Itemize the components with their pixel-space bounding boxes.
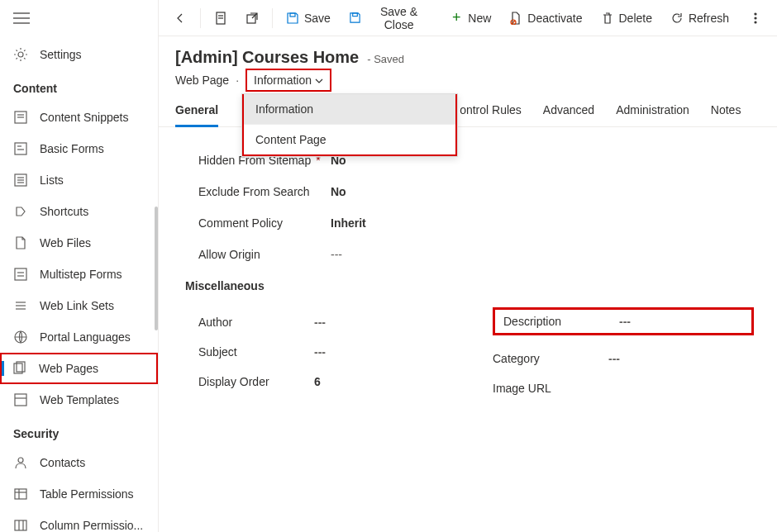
page-title: [Admin] Courses Home <box>175 48 359 67</box>
list-icon <box>13 173 28 188</box>
sidebar-item-label: Basic Forms <box>40 142 104 155</box>
sidebar-item-web-link-sets[interactable]: Web Link Sets <box>0 290 158 321</box>
multistep-icon <box>13 267 28 282</box>
delete-icon <box>601 12 614 25</box>
open-icon <box>245 12 259 25</box>
sidebar-item-web-templates[interactable]: Web Templates <box>0 384 158 416</box>
document-button[interactable] <box>206 5 236 31</box>
hamburger-menu[interactable] <box>13 12 145 27</box>
sidebar-item-label: Contacts <box>40 456 85 469</box>
sidebar-item-label: Web Files <box>40 236 91 249</box>
field-category[interactable]: Category --- <box>493 352 754 365</box>
field-allow-origin[interactable]: Allow Origin --- <box>198 248 754 261</box>
sidebar-item-multistep-forms[interactable]: Multistep Forms <box>0 259 158 290</box>
sidebar-item-basic-forms[interactable]: Basic Forms <box>0 133 158 164</box>
sidebar-item-web-pages[interactable]: Web Pages <box>0 353 158 384</box>
svg-point-3 <box>18 52 23 57</box>
svg-point-25 <box>18 458 23 463</box>
entity-name: Web Page <box>175 74 229 87</box>
sidebar-item-lists[interactable]: Lists <box>0 164 158 196</box>
sidebar-item-label: Column Permissio... <box>40 519 143 532</box>
sidebar-item-settings[interactable]: Settings <box>0 39 158 70</box>
save-button[interactable]: Save <box>278 5 339 31</box>
sidebar-item-content-snippets[interactable]: Content Snippets <box>0 102 158 133</box>
page-header: [Admin] Courses Home - Saved Web Page · … <box>159 36 777 92</box>
sidebar-item-label: Settings <box>40 48 82 61</box>
dropdown-item-information[interactable]: Information <box>244 94 455 124</box>
tab-notes[interactable]: Notes <box>711 103 741 126</box>
section-security: Security <box>0 416 158 447</box>
sidebar-item-shortcuts[interactable]: Shortcuts <box>0 196 158 227</box>
sidebar-item-label: Web Pages <box>39 362 98 375</box>
field-author[interactable]: Author --- <box>198 316 460 329</box>
sidebar-item-table-permissions[interactable]: Table Permissions <box>0 478 158 510</box>
open-button[interactable] <box>237 5 267 31</box>
tab-administration[interactable]: Administration <box>616 103 689 126</box>
field-exclude-from-search[interactable]: Exclude From Search No <box>198 185 754 198</box>
svg-point-40 <box>755 13 756 15</box>
sidebar-item-contacts[interactable]: Contacts <box>0 447 158 478</box>
gear-icon <box>13 47 28 62</box>
plus-icon: + <box>450 12 463 25</box>
language-icon <box>13 330 28 344</box>
deactivate-icon <box>509 12 522 25</box>
chevron-down-icon <box>315 74 323 87</box>
contacts-icon <box>13 455 28 470</box>
delete-button[interactable]: Delete <box>593 5 660 31</box>
back-button[interactable] <box>165 5 195 31</box>
toolbar: Save Save & Close +New Deactivate Delete… <box>159 0 777 36</box>
sidebar-item-label: Content Snippets <box>40 111 128 124</box>
field-description[interactable]: Description --- <box>493 307 754 335</box>
sidebar-item-label: Portal Languages <box>40 330 131 344</box>
dropdown-item-content-page[interactable]: Content Page <box>244 124 455 154</box>
sidebar-item-label: Lists <box>40 173 64 187</box>
shortcut-icon <box>13 204 28 219</box>
field-comment-policy[interactable]: Comment Policy Inherit <box>198 216 754 230</box>
svg-rect-7 <box>15 143 26 154</box>
sidebar-item-portal-languages[interactable]: Portal Languages <box>0 321 158 353</box>
sidebar: Settings Content Content Snippets Basic … <box>0 0 159 532</box>
sidebar-item-label: Web Link Sets <box>40 299 114 312</box>
sidebar-item-label: Shortcuts <box>40 205 88 218</box>
linkset-icon <box>13 298 28 313</box>
save-icon <box>286 12 299 25</box>
field-display-order[interactable]: Display Order 6 <box>198 375 460 388</box>
svg-point-41 <box>755 17 756 19</box>
tab-advanced[interactable]: Advanced <box>543 103 594 126</box>
sidebar-item-column-permissions[interactable]: Column Permissio... <box>0 510 158 532</box>
more-icon <box>749 12 762 25</box>
sidebar-item-label: Web Templates <box>40 393 119 406</box>
refresh-button[interactable]: Refresh <box>662 5 737 31</box>
back-icon <box>174 12 187 25</box>
new-button[interactable]: +New <box>441 5 499 31</box>
deactivate-button[interactable]: Deactivate <box>501 5 590 31</box>
sidebar-item-label: Multistep Forms <box>40 268 122 281</box>
sidebar-scrollbar[interactable] <box>155 207 158 330</box>
section-miscellaneous: Miscellaneous <box>185 279 754 292</box>
tableperm-icon <box>13 487 28 501</box>
svg-rect-23 <box>15 394 26 406</box>
tab-control-rules[interactable]: ontrol Rules <box>460 103 522 126</box>
files-icon <box>13 235 28 250</box>
svg-rect-29 <box>15 520 26 530</box>
sidebar-item-web-files[interactable]: Web Files <box>0 227 158 259</box>
svg-point-42 <box>755 21 756 23</box>
document-icon <box>214 12 227 25</box>
form-icon <box>13 141 28 156</box>
tab-general[interactable]: General <box>175 103 218 127</box>
sidebar-item-label: Table Permissions <box>40 487 134 501</box>
section-content: Content <box>0 70 158 102</box>
field-image-url[interactable]: Image URL <box>493 382 754 395</box>
more-button[interactable] <box>741 5 770 31</box>
field-subject[interactable]: Subject --- <box>198 345 460 359</box>
saved-indicator: - Saved <box>367 53 404 65</box>
view-selector[interactable]: Information <box>249 70 328 90</box>
main: Save Save & Close +New Deactivate Delete… <box>159 0 777 532</box>
webpages-icon <box>12 361 27 376</box>
colperm-icon <box>13 518 28 532</box>
svg-rect-14 <box>15 268 26 280</box>
template-icon <box>13 392 28 407</box>
save-close-icon <box>349 12 361 25</box>
save-close-button[interactable]: Save & Close <box>341 0 441 38</box>
refresh-icon <box>670 12 684 25</box>
